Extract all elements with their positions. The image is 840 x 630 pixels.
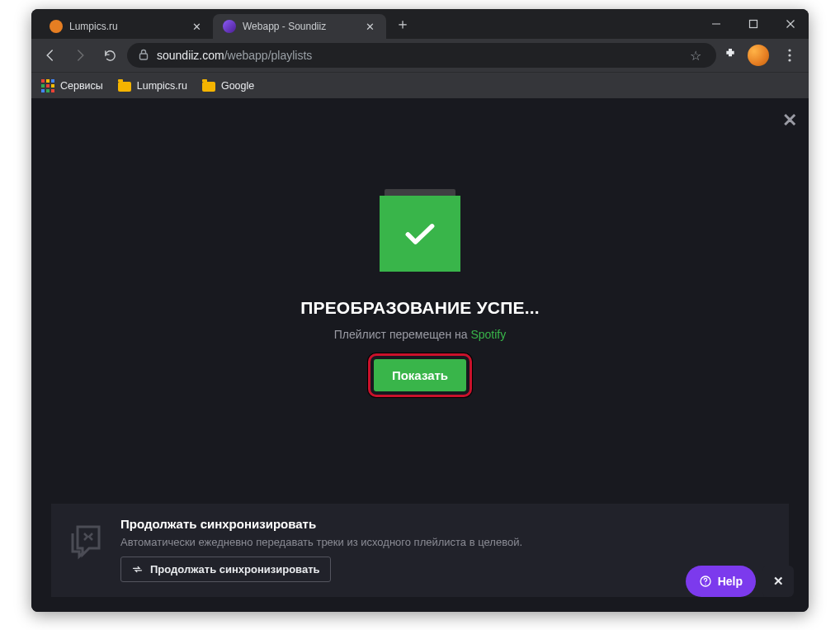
close-window-button[interactable] [772,9,809,39]
apps-icon [41,79,54,92]
show-button[interactable]: Показать [374,359,466,391]
star-icon[interactable]: ☆ [687,48,705,64]
sync-body: Продолжать синхронизировать Автоматическ… [120,517,774,582]
extensions-icon[interactable] [721,47,739,64]
success-icon [380,189,460,270]
help-close-button[interactable]: ✕ [762,566,794,597]
toolbar: soundiiz.com/webapp/playlists ☆ [31,39,809,72]
folder-icon [118,82,131,92]
profile-avatar[interactable] [748,45,769,66]
favicon-lumpics [50,20,63,33]
sync-panel: Продолжать синхронизировать Автоматическ… [51,504,789,597]
titlebar: Lumpics.ru ✕ Webapp - Soundiiz ✕ ＋ [31,9,809,39]
sync-button-label: Продолжать синхронизировать [150,563,320,576]
folder-icon [202,82,215,92]
window-controls [697,9,809,39]
bookmark-label: Сервисы [60,80,103,92]
svg-point-6 [788,54,790,56]
favicon-soundiiz [223,20,236,33]
tab-soundiiz[interactable]: Webapp - Soundiiz ✕ [213,14,386,39]
close-icon[interactable]: ✕ [190,20,203,33]
reload-button[interactable] [97,43,122,68]
bookmark-label: Google [221,80,254,92]
url-text: soundiiz.com/webapp/playlists [157,49,678,62]
browser-window: Lumpics.ru ✕ Webapp - Soundiiz ✕ ＋ [31,9,809,612]
close-modal-button[interactable]: ✕ [782,110,797,131]
maximize-button[interactable] [734,9,772,39]
tab-title: Webapp - Soundiiz [243,21,356,32]
menu-button[interactable] [777,43,802,68]
bookmark-google[interactable]: Google [202,79,254,92]
sync-button[interactable]: Продолжать синхронизировать [120,557,331,582]
svg-point-7 [788,59,790,61]
bookmark-label: Lumpics.ru [137,80,187,92]
success-subtitle: Плейлист перемещен на Spotify [334,328,506,341]
success-title: ПРЕОБРАЗОВАНИЕ УСПЕ... [300,298,540,318]
sync-title: Продолжать синхронизировать [120,517,774,531]
help-button[interactable]: Help [686,566,756,597]
tab-strip: Lumpics.ru ✕ Webapp - Soundiiz ✕ ＋ [31,9,697,39]
sync-description: Автоматически ежедневно передавать треки… [120,536,774,548]
help-icon [699,575,712,588]
forward-button[interactable] [68,43,92,68]
help-widget: Help ✕ [686,566,794,597]
help-label: Help [718,575,743,588]
svg-point-5 [788,49,790,51]
minimize-button[interactable] [697,9,734,39]
tab-lumpics[interactable]: Lumpics.ru ✕ [40,14,213,39]
sync-arrows-icon [131,563,144,576]
bookmark-lumpics[interactable]: Lumpics.ru [118,79,187,92]
success-panel: ПРЕОБРАЗОВАНИЕ УСПЕ... Плейлист перемеще… [31,189,809,391]
close-icon[interactable]: ✕ [363,20,376,33]
lock-icon [139,49,149,63]
sync-icon [66,522,106,561]
tab-title: Lumpics.ru [69,21,183,32]
checkmark-icon [380,196,460,272]
new-tab-button[interactable]: ＋ [391,12,414,36]
service-name: Spotify [470,328,506,341]
bookmarks-bar: Сервисы Lumpics.ru Google [31,72,809,98]
svg-rect-4 [140,54,148,59]
svg-point-9 [705,584,706,585]
back-button[interactable] [38,43,63,68]
svg-rect-1 [749,21,757,28]
page-content: ✕ ПРЕОБРАЗОВАНИЕ УСПЕ... Плейлист переме… [31,98,809,612]
address-bar[interactable]: soundiiz.com/webapp/playlists ☆ [127,43,716,68]
show-button-wrap: Показать [374,359,466,391]
bookmark-services[interactable]: Сервисы [41,79,103,92]
